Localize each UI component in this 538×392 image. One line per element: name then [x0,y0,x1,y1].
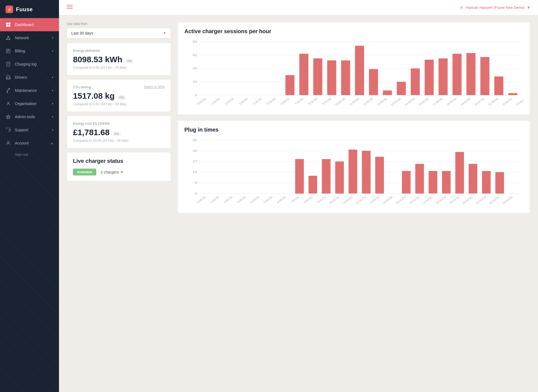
energy-cost-card: Energy cost £0.22/kWh £1,781.68 0% Compa… [67,116,171,148]
svg-point-16 [9,78,10,79]
svg-text:17:00:00: 17:00:00 [432,97,444,106]
sidebar-item-label-drivers: Drivers [15,75,48,79]
co2-saving-compare: Compared to 0.00 (24 Feb – 26 Mar) [73,102,165,106]
sidebar-item-account[interactable]: Account ▲ [0,137,59,150]
sidebar-item-maintenance[interactable]: Maintenance ▾ [0,84,59,97]
svg-rect-3 [9,23,10,25]
admin-tools-arrow-icon: ▾ [52,115,53,119]
billing-icon [5,48,11,54]
svg-text:23:00:00: 23:00:00 [502,196,514,204]
svg-text:45: 45 [193,138,197,142]
user-icon [459,5,464,10]
svg-rect-100 [495,172,504,194]
svg-text:16:00:00: 16:00:00 [408,196,420,204]
svg-rect-43 [425,60,434,95]
plug-in-times-chart: 45362718900:00:001:00:002:00:003:00:004:… [184,137,523,209]
energy-cost-label: Energy cost £0.22/kWh [73,121,165,126]
sidebar: ⚡ Fuuse Dashboard Network ▾ Billing ▾ [0,0,59,392]
sign-out-item[interactable]: Sign-out [0,150,59,159]
svg-rect-19 [67,5,73,5]
svg-point-6 [8,36,9,37]
sidebar-item-label-support: Support [15,128,48,132]
plug-in-times-chart-card: Plug in times 45362718900:00:001:00:002:… [178,120,530,213]
svg-rect-49 [508,93,517,95]
active-sessions-chart: 8060402000:00:001:00:002:00:003:00:004:0… [184,39,523,110]
svg-text:40: 40 [193,67,197,70]
svg-text:80: 80 [193,40,197,43]
svg-rect-48 [494,76,503,95]
sidebar-nav: Dashboard Network ▾ Billing ▾ Charging l… [0,18,59,392]
svg-rect-89 [335,161,344,194]
svg-text:19:00:00: 19:00:00 [448,196,460,204]
support-icon [5,127,11,133]
svg-rect-2 [6,23,8,25]
svg-point-15 [7,78,8,79]
svg-text:18:00:00: 18:00:00 [446,97,458,106]
drivers-icon [5,75,11,80]
user-name: Hannah Haworth (Fuuse New Demo) [466,5,525,10]
live-charger-status-card: Live charger status Available 2 chargers… [67,152,171,181]
svg-text:20:00:00: 20:00:00 [461,196,474,204]
svg-rect-14 [6,77,10,79]
svg-text:17:00:00: 17:00:00 [421,196,433,204]
svg-rect-96 [442,171,451,194]
svg-text:21:00:00: 21:00:00 [475,196,487,204]
svg-text:22:00:00: 22:00:00 [488,196,500,204]
hamburger-button[interactable] [67,4,73,11]
sidebar-item-label-organisation: Organisation [15,101,48,106]
live-status-title: Live charger status [73,158,165,164]
sidebar-item-charging-log[interactable]: Charging log [0,58,59,71]
fuuse-logo-icon: ⚡ [5,5,13,13]
organisation-arrow-icon: ▾ [52,102,53,106]
svg-text:4:00:00: 4:00:00 [249,196,260,203]
sidebar-item-label-admin-tools: Admin tools [15,115,48,119]
svg-rect-91 [362,151,371,194]
sidebar-item-dashboard[interactable]: Dashboard [0,18,59,31]
svg-text:1:00:00: 1:00:00 [209,196,220,203]
svg-text:20:00:00: 20:00:00 [473,97,485,106]
energy-delivered-badge: 0% [125,59,134,64]
available-status-badge[interactable]: Available [73,169,96,175]
user-menu[interactable]: Hannah Haworth (Fuuse New Demo) ▼ [459,5,530,10]
svg-point-22 [461,6,462,7]
account-icon [5,140,11,146]
svg-rect-37 [341,60,350,95]
sidebar-item-label-billing: Billing [15,49,48,53]
charging-log-icon [5,61,11,67]
svg-text:1:00:00: 1:00:00 [210,97,221,105]
svg-text:11:00:00: 11:00:00 [348,97,360,106]
svg-rect-4 [6,25,8,27]
svg-text:⚡: ⚡ [7,7,12,12]
switch-to-nox-link[interactable]: Switch to NOx [144,85,165,89]
sidebar-item-admin-tools[interactable]: Admin tools ▾ [0,110,59,123]
sidebar-item-organisation[interactable]: Organisation ▾ [0,97,59,110]
svg-text:15:00:00: 15:00:00 [395,196,407,204]
svg-text:10:00:00: 10:00:00 [328,196,340,204]
sidebar-item-support[interactable]: Support ▾ [0,123,59,137]
left-column: Use data from Last 30 days ▼ Energy deli… [67,22,171,385]
svg-rect-36 [327,60,336,95]
sidebar-item-network[interactable]: Network ▾ [0,31,59,44]
svg-text:8:00:00: 8:00:00 [303,196,313,203]
sidebar-item-drivers[interactable]: Drivers ▾ [0,71,59,84]
svg-text:23:00:00: 23:00:00 [515,97,523,106]
svg-point-17 [8,102,9,104]
svg-text:15:00:00: 15:00:00 [404,97,416,106]
organisation-icon [5,101,11,106]
svg-text:8:00:00: 8:00:00 [308,97,318,105]
svg-text:21:00:00: 21:00:00 [487,97,499,106]
svg-text:27: 27 [193,160,197,163]
svg-rect-46 [466,53,475,95]
sidebar-item-billing[interactable]: Billing ▾ [0,44,59,58]
topbar: Hannah Haworth (Fuuse New Demo) ▼ [59,0,538,15]
svg-text:60: 60 [193,53,197,57]
date-filter-select[interactable]: Last 30 days ▼ [67,28,171,38]
svg-rect-44 [439,58,448,95]
svg-text:12:00:00: 12:00:00 [362,97,374,106]
energy-cost-badge: 0% [112,132,121,137]
co2-saving-value: 1517.08 kg [73,91,115,101]
support-arrow-icon: ▾ [52,128,53,132]
svg-text:2:00:00: 2:00:00 [222,196,233,203]
account-arrow-icon: ▲ [50,141,53,145]
content-area: Use data from Last 30 days ▼ Energy deli… [59,15,538,392]
